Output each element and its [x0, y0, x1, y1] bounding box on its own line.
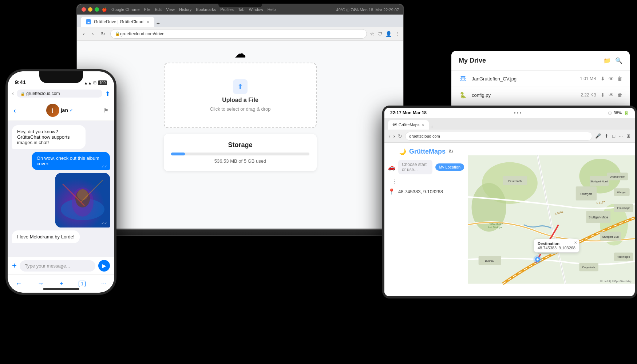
mic-icon[interactable]: 🎤	[595, 133, 601, 139]
bookmark-icon[interactable]: ☆	[370, 31, 375, 37]
svg-text:© Leaflet | © OpenStreetMap: © Leaflet | © OpenStreetMap	[600, 280, 632, 283]
dark-mode-icon[interactable]: 🌙	[399, 148, 406, 155]
toolbar-icons: 🎤 ⬆ □ ··· ⊞	[595, 133, 630, 139]
grid-icon[interactable]: ⊞	[626, 133, 630, 139]
maximize-window-button[interactable]	[95, 7, 99, 12]
new-tab-button[interactable]: +	[430, 124, 433, 130]
battery-level: 38%	[614, 111, 622, 115]
map-area[interactable]: Stuttgart Stuttgart-Mitte Stuttgart-Nord…	[468, 143, 635, 296]
dot-1	[514, 112, 515, 114]
tab-close-button[interactable]: ✕	[146, 20, 149, 24]
close-window-button[interactable]	[82, 7, 86, 12]
browser-window: 🍎 Google Chrome File Edit View History B…	[77, 4, 403, 229]
phone-share-button[interactable]: ⬆	[105, 90, 110, 97]
view-icon[interactable]: 👁	[609, 92, 614, 98]
start-input[interactable]: Choose start or use...	[398, 160, 432, 174]
menu-apple[interactable]: 🍎	[102, 7, 107, 12]
file-size: 1.01 MB	[571, 76, 596, 81]
menu-edit[interactable]: Edit	[155, 7, 162, 12]
attachment-button[interactable]: +	[12, 261, 17, 270]
extension-icon[interactable]: 🛡	[377, 31, 383, 37]
back-nav-button[interactable]: ←	[15, 280, 22, 288]
send-button[interactable]: ▶	[98, 260, 110, 272]
svg-text:Stuttgart-Süd: Stuttgart-Süd	[602, 235, 619, 238]
menu-icon[interactable]: ⋮	[395, 31, 400, 37]
reload-button[interactable]: ↻	[99, 30, 107, 37]
message-text: Hey, did you know? GrütteChat now suppor…	[17, 129, 70, 145]
more-icon[interactable]: ···	[619, 133, 623, 139]
upload-drop-zone[interactable]: ⬆ Upload a File Click to select or drag …	[164, 63, 317, 128]
address-bar[interactable]: gruettecloud.com	[405, 132, 592, 141]
chat-header-info: j jan ✓	[46, 104, 73, 117]
map-svg: Stuttgart Stuttgart-Mitte Stuttgart-Nord…	[468, 143, 635, 296]
address-text: gruettecloud.com	[409, 134, 440, 138]
profile-icon[interactable]: 👤	[385, 31, 392, 37]
laptop-base	[76, 229, 404, 236]
phone-status-icons: ▲▲ ⊞ 100	[84, 80, 107, 85]
contact-name: jan	[61, 107, 68, 113]
download-icon[interactable]: ⬇	[601, 76, 605, 82]
svg-text:Frauenkopf: Frauenkopf	[617, 207, 630, 210]
maps-start-row: 🚗 Choose start or use... My Location	[388, 160, 464, 174]
menu-bookmarks[interactable]: Bookmarks	[196, 7, 216, 12]
menu-tab[interactable]: Tab	[238, 7, 245, 12]
new-tab-nav-button[interactable]: +	[59, 280, 63, 288]
maps-more-row: ⋮	[388, 177, 464, 185]
minimize-window-button[interactable]	[88, 7, 92, 12]
tab-close-button[interactable]: ✕	[422, 123, 424, 127]
my-location-button[interactable]: My Location	[435, 163, 464, 171]
menu-history[interactable]: History	[179, 7, 191, 12]
active-tab[interactable]: 🗺 GrütteMaps ✕	[388, 120, 429, 130]
svg-text:Stuttgart-Mitte: Stuttgart-Mitte	[589, 215, 608, 219]
new-tab-button[interactable]: +	[157, 20, 160, 27]
new-folder-icon[interactable]: 📁	[604, 57, 611, 64]
message-input[interactable]: Type your message...	[20, 260, 95, 272]
phone-url-text: gruettecloud.com	[26, 91, 60, 96]
destination-coordinates: 48.745383, 9.103268	[398, 189, 443, 194]
menu-view[interactable]: View	[166, 7, 175, 12]
laptop-notch	[218, 4, 262, 7]
search-icon[interactable]: 🔍	[615, 57, 622, 64]
view-icon[interactable]: 👁	[609, 76, 614, 82]
svg-text:Stuttgart: Stuttgart	[580, 192, 592, 196]
tabs-overview-button[interactable]: 1	[79, 281, 86, 287]
menu-help[interactable]: Help	[268, 7, 276, 12]
phone-back-button[interactable]: ‹	[12, 90, 14, 97]
active-tab[interactable]: ☁ GrütteDrive | GrütteCloud ✕	[81, 17, 154, 27]
album-cover-image: ♪	[55, 173, 110, 228]
storage-usage-text: 536.53 MB of 5 GB used	[171, 158, 309, 164]
menu-profiles[interactable]: Profiles	[220, 7, 234, 12]
upload-icon: ⬆	[233, 79, 248, 94]
chat-back-button[interactable]: ‹	[13, 106, 16, 115]
address-bar[interactable]: 🔒 gruettecloud.com/drive	[110, 29, 367, 39]
my-drive-title: My Drive	[459, 57, 486, 64]
menu-chrome[interactable]: Google Chrome	[111, 7, 140, 12]
reload-button[interactable]: ↻	[398, 133, 402, 139]
refresh-icon[interactable]: ↻	[448, 148, 453, 155]
phone-url-bar[interactable]: 🔒 gruettecloud.com	[17, 90, 102, 98]
download-icon[interactable]: ⬇	[601, 92, 605, 98]
menu-file[interactable]: File	[144, 7, 151, 12]
message-image: ♪	[55, 173, 110, 228]
forward-button[interactable]: ›	[90, 30, 96, 37]
report-flag-button[interactable]: ⚑	[103, 107, 108, 114]
delete-icon[interactable]: 🗑	[617, 76, 622, 82]
more-stops-icon[interactable]: ⋮	[391, 177, 397, 185]
forward-nav-button[interactable]: →	[37, 280, 44, 288]
more-options-button[interactable]: ···	[101, 280, 107, 288]
tooltip-close-button[interactable]: ✕	[574, 241, 577, 245]
file-row-config[interactable]: 🐍 config.py 2.22 KB ⬇ 👁 🗑	[451, 87, 630, 103]
delete-icon[interactable]: 🗑	[617, 92, 622, 98]
file-type-icon: 🖼	[459, 74, 467, 83]
file-row-cv[interactable]: 🖼 JanGruttefien_CV.jpg 1.01 MB ⬇ 👁 🗑	[451, 71, 630, 87]
back-button[interactable]: ‹	[389, 133, 391, 139]
share-icon[interactable]: ⬆	[605, 133, 609, 139]
bookmark-icon[interactable]: □	[612, 133, 615, 139]
menu-window[interactable]: Window	[249, 7, 263, 12]
drive-content: ☁ ⬆ Upload a File Click to select or dra…	[77, 41, 403, 229]
message-received-1: Hey, did you know? GrütteChat now suppor…	[12, 125, 86, 149]
file-size: 2.22 KB	[571, 92, 596, 98]
back-button[interactable]: ‹	[81, 30, 87, 37]
forward-button[interactable]: ›	[393, 133, 395, 139]
tablet-status-icons: ⊞ 38% 🔋	[608, 111, 629, 115]
